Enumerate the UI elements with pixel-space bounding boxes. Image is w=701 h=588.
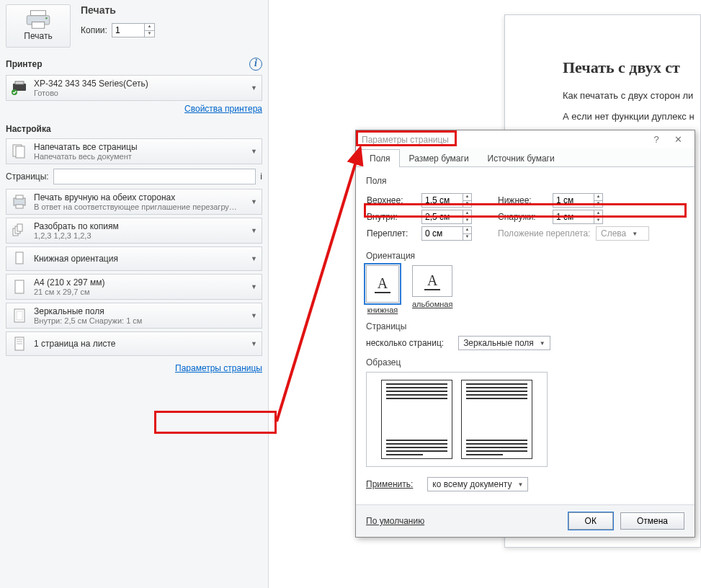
pages-per-sheet-select[interactable]: 1 страница на листе ▼ (6, 331, 262, 356)
margin-bottom-label: Нижнее: (498, 195, 548, 205)
collate-select[interactable]: Разобрать по копиям1,2,3 1,2,3 1,2,3 ▼ (6, 218, 262, 244)
orientation-select[interactable]: Книжная ориентация ▼ (6, 246, 262, 271)
margin-top-input[interactable]: ▲▼ (421, 193, 472, 208)
print-panel: Печать Печать Копии: ▲▼ Принтерi XP-342 … (0, 0, 269, 588)
duplex-sub: В ответ на соответствующее приглашение п… (34, 202, 245, 211)
down-icon[interactable]: ▼ (144, 31, 154, 37)
tab-fields[interactable]: Поля (360, 149, 400, 167)
svg-point-6 (12, 89, 17, 95)
paper-icon (11, 278, 28, 295)
chevron-down-icon: ▼ (251, 255, 257, 262)
default-button[interactable]: По умолчанию (366, 516, 424, 526)
orientation-title: Книжная ориентация (34, 254, 245, 264)
chevron-down-icon: ▼ (251, 84, 257, 92)
sample-group-label: Образец (366, 357, 684, 368)
svg-line-23 (277, 148, 360, 422)
margin-bottom-input[interactable]: ▲▼ (553, 193, 603, 208)
orientation-landscape[interactable]: A альбомная (412, 265, 452, 314)
svg-rect-11 (16, 205, 23, 208)
page-setup-dialog: Параметры страницы ? ✕ Поля Размер бумаг… (355, 130, 695, 538)
margins-sub: Внутри: 2,5 см Снаружи: 1 см (34, 316, 245, 325)
gutter-input[interactable]: ▲▼ (421, 226, 472, 241)
gutter-label: Переплет: (367, 228, 417, 239)
margins-select[interactable]: Зеркальные поляВнутри: 2,5 см Снаружи: 1… (6, 303, 262, 329)
settings-section-title: Настройка (6, 124, 51, 134)
paper-title: A4 (210 x 297 мм) (34, 277, 245, 288)
duplex-title: Печать вручную на обеих сторонах (34, 192, 245, 202)
copies-input[interactable] (112, 24, 144, 37)
page-setup-link[interactable]: Параметры страницы (175, 363, 262, 373)
print-button[interactable]: Печать (6, 4, 71, 48)
margin-outside-input[interactable]: ▲▼ (553, 210, 603, 224)
svg-rect-14 (17, 224, 22, 231)
collate-icon (11, 222, 28, 239)
sheet-icon (11, 335, 28, 352)
chevron-down-icon: ▼ (251, 283, 257, 290)
chevron-down-icon: ▼ (251, 227, 257, 234)
pages-per-sheet-title: 1 страница на листе (34, 339, 245, 349)
gutter-pos-label: Положение переплета: (498, 228, 591, 239)
sample-preview (366, 372, 548, 467)
up-icon[interactable]: ▲ (144, 24, 154, 31)
copies-label: Копии: (81, 25, 107, 35)
svg-point-3 (45, 17, 48, 19)
paper-sub: 21 см x 29,7 см (34, 288, 245, 296)
print-button-label: Печать (9, 31, 67, 41)
svg-rect-0 (31, 11, 46, 16)
doc-heading: Печать с двух ст (563, 58, 700, 77)
portrait-icon (11, 250, 28, 267)
svg-rect-2 (32, 22, 45, 29)
help-button[interactable]: ? (646, 134, 667, 145)
close-button[interactable]: ✕ (667, 134, 689, 145)
svg-rect-10 (16, 195, 23, 199)
orientation-portrait[interactable]: A книжная (366, 265, 399, 314)
svg-rect-8 (16, 146, 24, 158)
svg-rect-5 (15, 81, 24, 84)
duplex-select[interactable]: Печать вручную на обеих сторонахВ ответ … (6, 189, 262, 215)
printer-select[interactable]: XP-342 343 345 Series(Сеть)Готово ▼ (6, 75, 262, 101)
margin-top-label: Верхнее: (367, 195, 417, 205)
gutter-pos-select: Слева▼ (596, 226, 649, 241)
collate-sub: 1,2,3 1,2,3 1,2,3 (34, 231, 245, 240)
chevron-down-icon: ▼ (251, 312, 257, 319)
info-icon[interactable]: i (249, 58, 262, 71)
print-range-select[interactable]: Напечатать все страницыНапечатать весь д… (6, 138, 262, 164)
paper-size-select[interactable]: A4 (210 x 297 мм)21 см x 29,7 см ▼ (6, 274, 262, 300)
printer-status-icon (11, 79, 28, 97)
svg-rect-15 (16, 252, 23, 264)
margin-inside-label: Внутри: (367, 212, 417, 222)
cancel-button[interactable]: Отмена (620, 512, 684, 530)
info-icon[interactable]: i (260, 172, 262, 182)
margins-icon (11, 307, 28, 324)
pages-input[interactable] (53, 169, 256, 184)
ok-button[interactable]: ОК (568, 512, 613, 530)
printer-name: XP-342 343 345 Series(Сеть) (34, 79, 245, 89)
margin-inside-input[interactable]: ▲▼ (421, 210, 472, 224)
dialog-title: Параметры страницы (362, 135, 449, 145)
chevron-down-icon: ▼ (251, 198, 257, 205)
printer-properties-link[interactable]: Свойства принтера (184, 104, 262, 114)
orientation-group-label: Ориентация (366, 251, 684, 261)
copies-spinner[interactable]: ▲▼ (112, 23, 155, 37)
doc-text: Как печатать с двух сторон ли (563, 90, 700, 101)
pages-group-label: Страницы (366, 321, 684, 331)
apply-to-label: Применить: (366, 479, 413, 489)
chevron-down-icon: ▼ (251, 148, 257, 155)
multi-pages-select[interactable]: Зеркальные поля▼ (458, 336, 550, 350)
margins-title: Зеркальные поля (34, 306, 245, 316)
svg-rect-16 (15, 280, 24, 293)
duplex-icon (11, 193, 28, 210)
print-range-sub: Напечатать весь документ (34, 152, 245, 161)
printer-status: Готово (34, 89, 245, 97)
print-range-title: Напечатать все страницы (34, 142, 245, 152)
tab-paper-source[interactable]: Источник бумаги (478, 149, 564, 167)
printer-section-title: Принтер (6, 59, 42, 69)
apply-to-select[interactable]: ко всему документу▼ (427, 477, 528, 491)
tab-paper-size[interactable]: Размер бумаги (400, 149, 478, 167)
print-title: Печать (81, 4, 262, 16)
dialog-tabs: Поля Размер бумаги Источник бумаги (356, 148, 695, 167)
pages-icon (11, 143, 28, 160)
margin-outside-label: Снаружи: (498, 212, 548, 222)
margins-group-label: Поля (366, 176, 684, 186)
multi-pages-label: несколько страниц: (366, 338, 444, 348)
